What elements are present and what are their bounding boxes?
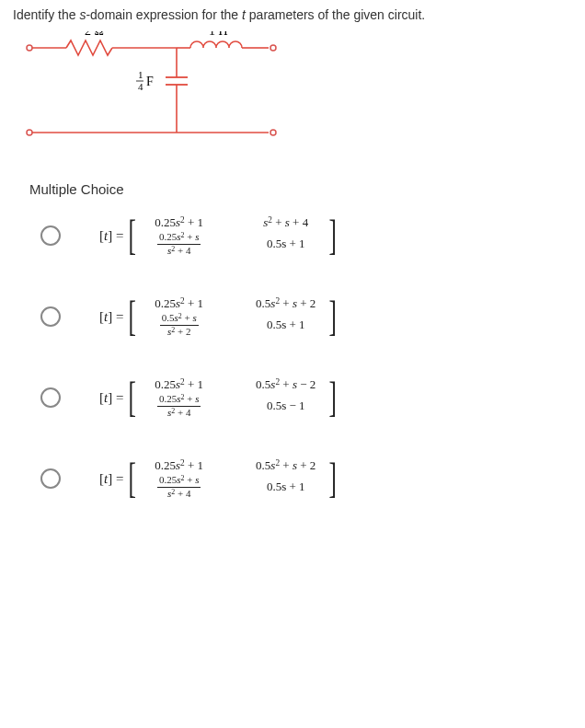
q-mid1: -domain expression for the (86, 7, 242, 22)
c2-r1c1: 0.25s2 + 1 (138, 296, 221, 311)
question-text: Identify the s-domain expression for the… (13, 7, 572, 22)
svg-point-0 (27, 45, 32, 51)
c1-r2c2: 0.5s + 1 (245, 237, 327, 251)
c1-r1c2: s2 + s + 4 (245, 215, 327, 230)
cap-unit: F (146, 75, 154, 88)
radio-choice-4[interactable] (40, 468, 61, 489)
c3-r2c2: 0.5s − 1 (245, 399, 327, 413)
left-bracket-icon: [ (129, 376, 136, 420)
choice-2: [t] = [ 0.25s2 + 1 0.5s2 + s + 2 0.5s2 +… (40, 295, 572, 339)
matrix-choice-4: [t] = [ 0.25s2 + 1 0.5s2 + s + 2 0.25s2 … (99, 456, 336, 501)
c4-r1c1: 0.25s2 + 1 (138, 458, 221, 473)
c4-r2c1-den: s2 + 4 (157, 488, 201, 500)
lhs-label: [t] = (99, 390, 123, 406)
c4-r2c1: 0.25s2 + s s2 + 4 (138, 475, 221, 499)
svg-point-11 (27, 130, 32, 135)
c4-r2c1-num: 0.25s2 + s (157, 475, 201, 488)
page-root: Identify the s-domain expression for the… (0, 0, 585, 528)
lhs-label: [t] = (99, 309, 123, 325)
c3-r1c2: 0.5s2 + s − 2 (245, 377, 327, 392)
choice-4: [t] = [ 0.25s2 + 1 0.5s2 + s + 2 0.25s2 … (40, 456, 572, 501)
choice-1: [t] = [ 0.25s2 + 1 s2 + s + 4 0.25s2 + s… (40, 214, 572, 258)
c1-r2c1-den: s2 + 4 (157, 245, 201, 257)
right-bracket-icon: ] (328, 295, 336, 339)
left-bracket-icon: [ (129, 214, 136, 258)
c3-r1c1: 0.25s2 + 1 (138, 377, 221, 392)
resistor-label: 2 Ω (85, 31, 104, 38)
cap-num: 1 (138, 69, 143, 80)
right-bracket-icon: ] (328, 214, 336, 258)
circuit-svg: 2 Ω 1 H 1 4 F (20, 31, 287, 151)
right-bracket-icon: ] (328, 456, 336, 501)
left-bracket-icon: [ (129, 456, 136, 501)
q-prefix: Identify the (13, 7, 79, 22)
matrix-choice-2: [t] = [ 0.25s2 + 1 0.5s2 + s + 2 0.5s2 +… (99, 295, 336, 339)
c2-r2c2: 0.5s + 1 (245, 318, 327, 332)
q-suffix: parameters of the given circuit. (246, 7, 425, 22)
svg-point-5 (270, 45, 276, 51)
c2-r1c2: 0.5s2 + s + 2 (245, 296, 327, 311)
c1-r2c1-num: 0.25s2 + s (157, 232, 201, 245)
multiple-choice-heading: Multiple Choice (29, 181, 572, 197)
c3-r2c1-num: 0.25s2 + s (157, 394, 201, 407)
svg-point-13 (270, 130, 276, 135)
matrix-choice-1: [t] = [ 0.25s2 + 1 s2 + s + 4 0.25s2 + s… (99, 214, 336, 258)
c4-r1c2: 0.5s2 + s + 2 (245, 458, 327, 473)
left-bracket-icon: [ (129, 295, 136, 339)
choice-3: [t] = [ 0.25s2 + 1 0.5s2 + s − 2 0.25s2 … (40, 376, 572, 420)
c2-r2c1-num: 0.5s2 + s (160, 313, 199, 326)
circuit-diagram: 2 Ω 1 H 1 4 F (20, 31, 572, 154)
c1-r1c1: 0.25s2 + 1 (138, 215, 221, 230)
radio-choice-2[interactable] (40, 306, 61, 327)
c2-r2c1-den: s2 + 2 (160, 326, 199, 338)
c3-r2c1-den: s2 + 4 (157, 407, 201, 419)
right-bracket-icon: ] (328, 376, 336, 420)
radio-choice-1[interactable] (40, 225, 61, 246)
matrix-choice-3: [t] = [ 0.25s2 + 1 0.5s2 + s − 2 0.25s2 … (99, 376, 336, 420)
inductor-label: 1 H (209, 31, 228, 38)
c1-r2c1: 0.25s2 + s s2 + 4 (138, 232, 221, 256)
lhs-label: [t] = (99, 228, 123, 244)
lhs-label: [t] = (99, 471, 123, 487)
radio-choice-3[interactable] (40, 387, 61, 408)
cap-den: 4 (138, 81, 143, 92)
c2-r2c1: 0.5s2 + s s2 + 2 (138, 313, 221, 337)
c4-r2c2: 0.5s + 1 (245, 480, 327, 494)
c3-r2c1: 0.25s2 + s s2 + 4 (138, 394, 221, 418)
